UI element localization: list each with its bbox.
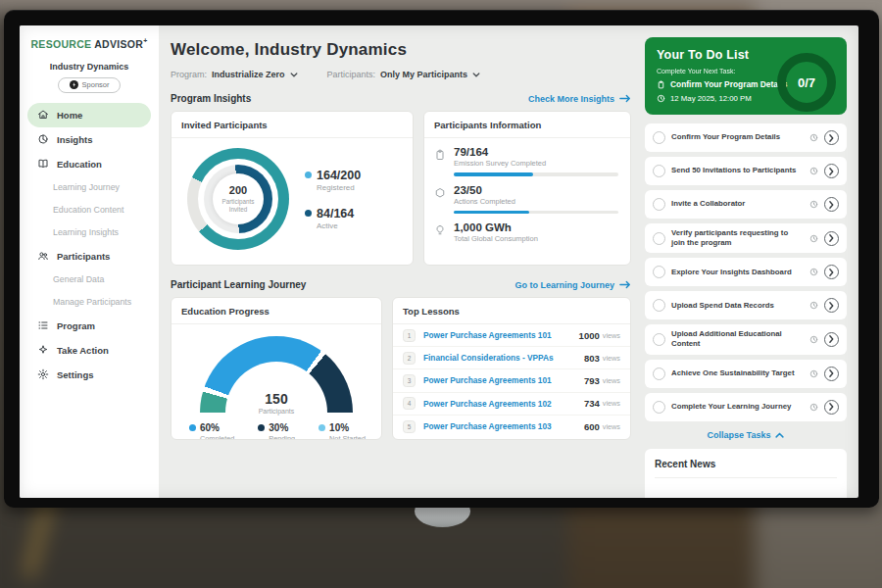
home-icon: [37, 109, 49, 121]
legend-dot: [189, 424, 196, 431]
rank-badge: 4: [403, 397, 416, 410]
sidebar-item-label: Home: [57, 110, 82, 121]
task-list: Confirm Your Program Details Send 50 Inv…: [645, 123, 847, 421]
link-label: Check More Insights: [528, 94, 614, 104]
task-complete-learning-journey[interactable]: Complete Your Learning Journey: [645, 393, 847, 421]
go-to-learning-journey-link[interactable]: Go to Learning Journey: [514, 280, 631, 290]
sidebar-item-education[interactable]: Education: [20, 152, 159, 176]
views-label: views: [603, 354, 620, 363]
sidebar-item-take-action[interactable]: Take Action: [20, 338, 159, 363]
task-label: Explore Your Insights Dashboard: [671, 268, 804, 277]
logo-secondary: ADVISOR: [94, 38, 143, 50]
org-name: Industry Dynamics: [20, 62, 159, 72]
views-label: views: [603, 331, 620, 340]
clock-icon: [809, 335, 818, 344]
task-upload-educational-content[interactable]: Upload Additional Educational Content: [645, 324, 847, 354]
sidebar-item-label: Insights: [57, 134, 92, 145]
task-go-button[interactable]: [824, 265, 839, 279]
collapse-tasks-link[interactable]: Collapse Tasks: [645, 430, 847, 440]
legend-label: Completed: [200, 434, 234, 440]
sidebar-item-settings[interactable]: Settings: [20, 363, 159, 387]
task-go-button[interactable]: [824, 298, 839, 313]
task-confirm-program-details[interactable]: Confirm Your Program Details: [645, 123, 847, 152]
task-checkbox[interactable]: [653, 299, 665, 312]
rank-badge: 3: [403, 374, 416, 387]
task-invite-collaborator[interactable]: Invite a Collaborator: [645, 190, 847, 219]
clock-icon: [809, 200, 818, 209]
lesson-row: 5 Power Purchase Agreements 103 600 view…: [393, 416, 630, 438]
task-checkbox[interactable]: [653, 266, 665, 278]
task-label: Confirm Your Program Details: [671, 132, 804, 142]
insights-cards: Invited Participants 200 Participants In…: [171, 111, 631, 266]
sidebar-item-label: Settings: [57, 369, 93, 380]
lesson-link[interactable]: Financial Considerations - VPPAs: [423, 353, 554, 363]
education-progress-card: Education Progress 150 Participants 60% …: [171, 297, 382, 440]
donut-center-value: 200: [229, 184, 247, 196]
main-content: Welcome, Industry Dynamics Program: Indu…: [159, 25, 645, 498]
lesson-link[interactable]: Power Purchase Agreements 103: [423, 421, 552, 431]
task-go-button[interactable]: [824, 231, 839, 246]
program-insights-header: Program Insights Check More Insights: [171, 93, 631, 104]
donut-chart: 200 Participants Invited: [187, 148, 289, 250]
sidebar-item-home[interactable]: Home: [27, 103, 151, 127]
task-checkbox[interactable]: [653, 232, 665, 245]
donut-legend: 164/200 Registered 84/164 Active: [305, 169, 361, 230]
check-more-insights-link[interactable]: Check More Insights: [528, 94, 631, 104]
people-icon: [37, 250, 49, 262]
clock-icon: [809, 234, 818, 243]
stat-global-consumption: 1,000 GWh Total Global Consumption: [424, 214, 630, 243]
task-go-button[interactable]: [824, 197, 839, 212]
task-checkbox[interactable]: [653, 198, 665, 211]
task-go-button[interactable]: [824, 367, 839, 381]
lesson-link[interactable]: Power Purchase Agreements 101: [423, 330, 552, 340]
lesson-link[interactable]: Power Purchase Agreements 101: [423, 375, 552, 385]
legend-dot: [318, 424, 325, 431]
todo-header: Your To Do List Complete Your Next Task:…: [645, 37, 847, 115]
task-checkbox[interactable]: [653, 131, 665, 144]
chevron-down-icon: [472, 73, 480, 77]
stat-emission-survey: 79/164 Emission Survey Completed: [424, 138, 630, 176]
rank-badge: 5: [403, 420, 416, 433]
dashboard-screen: RESOURCE ADVISOR+ Industry Dynamics Spon…: [20, 25, 858, 498]
task-achieve-sustainability-target[interactable]: Achieve One Sustainability Target: [645, 360, 847, 388]
legend-value: 84/164: [317, 207, 354, 220]
program-dropdown[interactable]: Program: Industrialize Zero: [171, 70, 298, 79]
sponsor-badge[interactable]: Sponsor: [58, 77, 121, 93]
sidebar-item-label: Participants: [57, 251, 110, 262]
sidebar-nav: Home Insights Education Learning Journey…: [20, 103, 159, 387]
task-verify-participants[interactable]: Verify participants requesting to join t…: [645, 223, 847, 253]
task-go-button[interactable]: [824, 130, 839, 145]
gauge-chart: 150 Participants: [200, 336, 353, 413]
card-title: Invited Participants: [172, 112, 413, 138]
donut-center: 200 Participants Invited: [187, 148, 289, 250]
task-checkbox[interactable]: [653, 401, 665, 414]
sidebar-item-program[interactable]: Program: [20, 314, 159, 338]
collapse-label: Collapse Tasks: [708, 430, 771, 440]
sidebar-item-participants[interactable]: Participants: [20, 244, 159, 269]
sidebar-item-learning-journey[interactable]: Learning Journey: [20, 176, 159, 199]
task-go-button[interactable]: [824, 164, 839, 178]
task-go-button[interactable]: [824, 332, 839, 347]
sidebar: RESOURCE ADVISOR+ Industry Dynamics Spon…: [20, 25, 159, 498]
arrow-right-icon: [619, 94, 631, 103]
sidebar-item-general-data[interactable]: General Data: [20, 269, 159, 291]
task-upload-spend-data[interactable]: Upload Spend Data Records: [645, 291, 847, 319]
sidebar-item-education-content[interactable]: Education Content: [20, 199, 159, 221]
task-checkbox[interactable]: [653, 165, 665, 177]
invited-participants-card: Invited Participants 200 Participants In…: [171, 111, 414, 266]
lesson-row: 2 Financial Considerations - VPPAs 803 v…: [393, 347, 630, 369]
task-checkbox[interactable]: [653, 368, 665, 380]
sidebar-item-insights[interactable]: Insights: [20, 127, 159, 152]
task-checkbox[interactable]: [653, 333, 665, 346]
progress-bar: [454, 211, 618, 215]
lesson-row: 3 Power Purchase Agreements 101 793 view…: [393, 369, 630, 392]
participants-dropdown[interactable]: Participants: Only My Participants: [327, 70, 481, 79]
sidebar-item-learning-insights[interactable]: Learning Insights: [20, 221, 159, 244]
sidebar-item-manage-participants[interactable]: Manage Participants: [20, 291, 159, 314]
lesson-link[interactable]: Power Purchase Agreements 102: [423, 399, 552, 409]
task-explore-insights[interactable]: Explore Your Insights Dashboard: [645, 258, 847, 286]
journey-cards: Education Progress 150 Participants 60% …: [171, 297, 631, 440]
task-send-invitations[interactable]: Send 50 Invitations to Participants: [645, 157, 847, 185]
task-go-button[interactable]: [824, 400, 839, 415]
lightbulb-icon: [434, 224, 446, 236]
